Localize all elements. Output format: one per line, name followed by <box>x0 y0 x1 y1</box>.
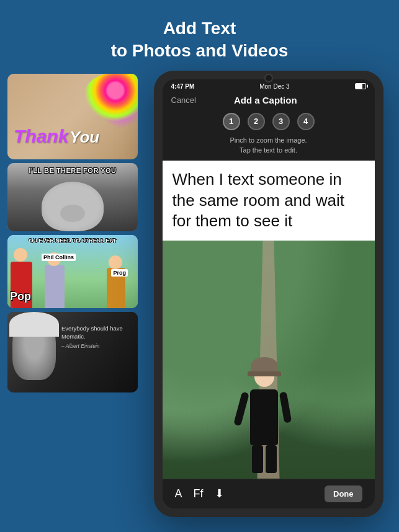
person-body <box>250 389 278 445</box>
person-hat <box>251 357 278 375</box>
meme-list: Thank You I'LL BE THERE FOR YOU Phil Col… <box>7 74 138 532</box>
step-4[interactable]: 4 <box>297 113 315 130</box>
pig-face <box>42 182 104 231</box>
main-content: Thank You I'LL BE THERE FOR YOU Phil Col… <box>0 74 399 532</box>
caption-text[interactable]: When I text someone in the same room and… <box>173 169 365 232</box>
battery-icon <box>355 83 366 89</box>
font-icon[interactable]: Ff <box>194 487 204 500</box>
person-head <box>254 367 274 387</box>
label-pop: Pop <box>10 290 31 303</box>
meme-caption-stress-eat: OU EVER NEED TO STRESS EAT <box>7 237 138 244</box>
person-leg-right <box>266 445 277 473</box>
einstein-author: – Albert Einstein <box>61 343 133 350</box>
person-figure <box>243 367 286 466</box>
flowers-decoration <box>82 74 138 130</box>
einstein-quote-text: Everybody should have Mematic. <box>61 325 123 340</box>
person-leg-left <box>252 445 263 473</box>
text-style-icon[interactable]: A <box>175 487 182 500</box>
status-time: 4:47 PM <box>171 83 195 90</box>
einstein-face <box>12 318 56 380</box>
toolbar-icons: A Ff ⬇ <box>175 487 224 500</box>
step-2[interactable]: 2 <box>248 113 265 130</box>
page-header: Add Text to Photos and Videos <box>0 0 399 74</box>
einstein-background: Everybody should have Mematic. – Albert … <box>7 312 138 392</box>
download-icon[interactable]: ⬇ <box>215 487 224 500</box>
meme-card-thank-you[interactable]: Thank You <box>7 74 138 159</box>
hint-text: Pinch to zoom the image. Tap the text to… <box>163 135 375 161</box>
caption-area[interactable]: When I text someone in the same room and… <box>163 161 375 241</box>
status-icons <box>355 83 366 89</box>
photo-area <box>163 241 375 479</box>
status-date: Mon Dec 3 <box>259 83 289 90</box>
bottom-toolbar: A Ff ⬇ Done <box>163 479 375 508</box>
meme-card-ill-be-there[interactable]: I'LL BE THERE FOR YOU <box>7 163 138 231</box>
label-prog: Prog <box>111 269 128 277</box>
person-legs <box>243 445 286 473</box>
meme-card-stress-eat[interactable]: Phil Collins Prog Pop OU EVER NEED TO ST… <box>7 235 138 308</box>
einstein-quote-block: Everybody should have Mematic. – Albert … <box>61 324 133 350</box>
app-title: Add a Caption <box>234 95 297 105</box>
meme-caption-ill-be-there: I'LL BE THERE FOR YOU <box>7 167 138 174</box>
device-preview: 4:47 PM Mon Dec 3 Cancel Add a Caption <box>145 74 392 532</box>
pig-snout <box>60 205 85 222</box>
device-screen: 4:47 PM Mon Dec 3 Cancel Add a Caption <box>163 79 375 508</box>
device-camera <box>264 74 273 82</box>
einstein-hair <box>9 312 59 337</box>
figure-middle <box>45 265 65 308</box>
app-header: Cancel Add a Caption <box>163 91 375 110</box>
page-title: Add Text to Photos and Videos <box>12 17 387 63</box>
battery-fill <box>356 84 362 89</box>
label-phil-collins: Phil Collins <box>42 254 76 261</box>
meme-text-thank: Thank <box>14 126 68 147</box>
meme-text-you: You <box>69 128 99 147</box>
pig-background: I'LL BE THERE FOR YOU <box>7 163 138 231</box>
tablet-device: 4:47 PM Mon Dec 3 Cancel Add a Caption <box>154 71 383 517</box>
step-indicators: 1 2 3 4 <box>163 110 375 135</box>
step-1[interactable]: 1 <box>223 113 240 130</box>
cancel-button[interactable]: Cancel <box>171 95 196 105</box>
distracted-background: Phil Collins Prog Pop OU EVER NEED TO ST… <box>7 235 138 308</box>
meme-card-einstein[interactable]: Everybody should have Mematic. – Albert … <box>7 312 138 392</box>
step-3[interactable]: 3 <box>272 113 290 130</box>
done-button[interactable]: Done <box>325 485 362 502</box>
